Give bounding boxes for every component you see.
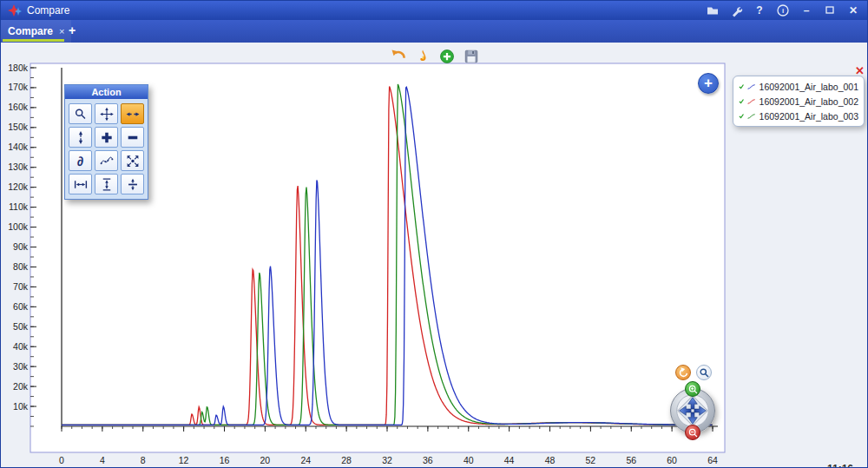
clean-button[interactable]	[414, 48, 431, 65]
tab-active-underline	[3, 39, 64, 42]
check-icon	[739, 96, 744, 106]
bold-minus-icon	[125, 130, 141, 145]
series-label: 16092001_Air_labo_001	[760, 82, 858, 92]
tab-label: Compare	[8, 25, 53, 37]
undo-small-icon	[677, 366, 689, 379]
magnifier-icon	[73, 107, 89, 122]
up-down-arrows-icon	[73, 130, 89, 145]
app-window: Compare ? i – ✕ Compare × +	[0, 0, 868, 468]
tools-wrench-icon[interactable]	[729, 3, 743, 17]
svg-text:16: 16	[220, 455, 230, 465]
action-autoscale-button[interactable]	[121, 150, 144, 171]
svg-text:120k: 120k	[8, 181, 29, 192]
svg-text:60: 60	[667, 455, 677, 465]
svg-text:20: 20	[260, 455, 271, 465]
action-zoom-out-button[interactable]	[121, 127, 144, 148]
svg-text:60k: 60k	[13, 301, 29, 312]
svg-text:40k: 40k	[13, 341, 29, 352]
zoom-out-small-icon	[687, 427, 699, 438]
action-move-button[interactable]	[95, 103, 118, 124]
flame-icon	[415, 48, 431, 65]
svg-text:4: 4	[100, 455, 105, 465]
undo-button[interactable]	[390, 48, 407, 65]
action-palette-title[interactable]: Action	[65, 85, 148, 99]
save-button[interactable]	[463, 48, 480, 65]
check-icon	[739, 82, 744, 91]
help-icon[interactable]: ?	[753, 3, 766, 17]
svg-text:170k: 170k	[8, 82, 29, 92]
svg-text:90k: 90k	[13, 241, 29, 252]
action-pan-horizontal-button[interactable]	[121, 103, 144, 124]
action-derivative-button[interactable]: ∂	[69, 150, 92, 171]
nav-undo-zoom-button[interactable]	[675, 365, 691, 380]
svg-text:44: 44	[504, 455, 515, 465]
add-circle-icon	[439, 49, 455, 64]
action-stretch-vertical-button[interactable]	[95, 174, 118, 194]
tab-compare[interactable]: Compare ×	[1, 20, 71, 43]
svg-text:30k: 30k	[13, 361, 29, 372]
series-line-sample	[747, 112, 755, 121]
tab-close-icon[interactable]: ×	[59, 27, 64, 36]
series-label: 16092001_Air_labo_003	[760, 111, 858, 122]
legend-item[interactable]: 16092001_Air_labo_003	[739, 110, 858, 122]
action-smooth-button[interactable]	[95, 150, 118, 171]
nav-zoom-out-button[interactable]	[685, 425, 700, 440]
action-split-vertical-button[interactable]	[121, 174, 144, 194]
titlebar: Compare ? i – ✕	[1, 1, 867, 20]
split-bar-icon	[125, 177, 141, 192]
svg-text:24: 24	[300, 455, 311, 465]
action-stretch-horizontal-button[interactable]	[69, 174, 92, 194]
series-line-sample	[747, 82, 755, 91]
svg-text:180k: 180k	[8, 63, 29, 73]
series-label: 16092001_Air_labo_002	[760, 96, 858, 107]
svg-text:160k: 160k	[8, 102, 29, 112]
new-tab-button[interactable]: +	[69, 23, 76, 37]
legend-panel: 16092001_Air_labo_001 16092001_Air_labo_…	[733, 76, 865, 127]
legend-item[interactable]: 16092001_Air_labo_001	[739, 81, 858, 92]
svg-text:50k: 50k	[13, 321, 29, 332]
svg-text:32: 32	[382, 455, 392, 465]
svg-text:150k: 150k	[8, 122, 29, 132]
left-right-arrows-icon	[125, 107, 141, 122]
window-title: Compare	[27, 4, 69, 16]
v-stretch-icon	[99, 177, 115, 192]
curve-icon	[99, 154, 115, 168]
svg-text:20k: 20k	[13, 381, 29, 392]
magnifier-small-icon	[699, 367, 710, 379]
action-zoom-button[interactable]	[69, 103, 92, 124]
minimize-button[interactable]: –	[799, 3, 813, 17]
close-button[interactable]: ✕	[846, 3, 860, 17]
svg-text:100k: 100k	[8, 221, 29, 232]
add-series-button[interactable]: +	[698, 73, 719, 94]
action-pan-vertical-button[interactable]	[69, 127, 92, 148]
svg-text:40: 40	[464, 455, 474, 465]
svg-text:36: 36	[423, 455, 433, 465]
legend-close-button[interactable]: ✕	[855, 64, 865, 77]
check-icon	[739, 111, 744, 121]
clock-text: 11:16	[827, 463, 853, 468]
svg-text:28: 28	[341, 455, 352, 465]
action-palette: Action ∂	[64, 84, 148, 200]
maximize-button[interactable]	[823, 3, 837, 17]
svg-text:130k: 130k	[8, 161, 29, 172]
svg-text:10k: 10k	[13, 401, 29, 412]
svg-text:56: 56	[626, 455, 636, 465]
add-button[interactable]	[438, 48, 456, 65]
svg-text:80k: 80k	[13, 261, 29, 272]
svg-text:0: 0	[59, 455, 64, 465]
undo-icon	[390, 48, 407, 65]
nav-zoom-window-button[interactable]	[696, 365, 712, 380]
zoom-in-small-icon	[687, 384, 699, 395]
bold-plus-icon	[99, 130, 115, 145]
h-stretch-icon	[73, 177, 89, 192]
legend-item[interactable]: 16092001_Air_labo_002	[739, 96, 858, 107]
info-icon[interactable]: i	[776, 3, 790, 17]
action-zoom-in-button[interactable]	[95, 127, 118, 148]
open-folder-icon[interactable]	[706, 3, 720, 17]
svg-text:8: 8	[141, 455, 146, 465]
nav-zoom-in-button[interactable]	[685, 381, 700, 397]
action-grid: ∂	[65, 99, 148, 199]
svg-text:64: 64	[707, 455, 718, 465]
partial-derivative-icon: ∂	[77, 155, 83, 168]
svg-text:52: 52	[586, 455, 596, 465]
